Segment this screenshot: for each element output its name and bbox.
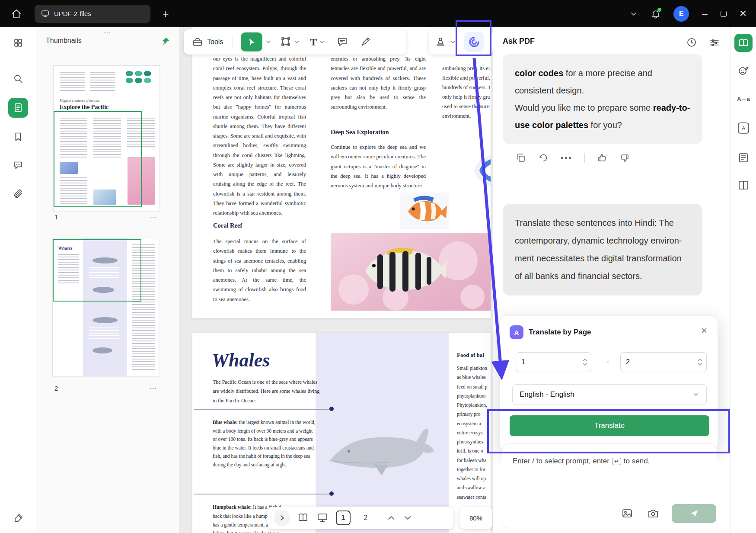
tools-label: Tools bbox=[207, 38, 223, 46]
chevron-down-icon[interactable] bbox=[265, 39, 272, 45]
search-icon[interactable] bbox=[13, 74, 23, 84]
pen-tool-icon[interactable] bbox=[13, 513, 24, 524]
thumb-page-number: 2 bbox=[54, 385, 58, 392]
ask-pdf-panel: Ask PDF color codes for a more precise a… bbox=[493, 27, 730, 533]
chevron-down-icon[interactable] bbox=[293, 39, 300, 45]
translate-button[interactable]: Translate bbox=[510, 415, 709, 436]
pdf-page-2[interactable]: Whales The Pacific Ocean is one of the s… bbox=[192, 333, 491, 533]
document-tab[interactable]: UPDF-2-files bbox=[35, 5, 150, 23]
shapes-tool-button[interactable] bbox=[281, 36, 292, 48]
page-layout-icon[interactable] bbox=[298, 512, 309, 523]
account-avatar[interactable]: E bbox=[673, 6, 689, 22]
home-icon[interactable] bbox=[11, 9, 22, 19]
close-window-button[interactable]: × bbox=[740, 9, 746, 18]
reader-mode-active-icon[interactable] bbox=[734, 34, 753, 52]
apps-grid-icon[interactable] bbox=[13, 38, 23, 48]
new-tab-button[interactable]: + bbox=[159, 8, 172, 19]
thumb-page-number: 1 bbox=[54, 213, 58, 221]
page-to-value bbox=[626, 358, 697, 366]
insert-image-icon[interactable] bbox=[622, 508, 633, 519]
thumbs-up-icon[interactable] bbox=[597, 153, 607, 163]
doc-text-line: and swallow a bbox=[457, 483, 490, 492]
language-select[interactable]: English - English bbox=[512, 384, 707, 405]
zoom-level[interactable]: 80% bbox=[459, 507, 492, 529]
page-2-button[interactable]: 2 bbox=[358, 511, 373, 525]
doc-text-line: entire ecosys bbox=[457, 428, 490, 437]
split-view-icon[interactable] bbox=[738, 180, 749, 191]
doc-paragraph: Continue to explore the deep sea and we … bbox=[331, 142, 426, 190]
maximize-button[interactable] bbox=[721, 11, 727, 17]
thumb-more-icon[interactable]: ⋯ bbox=[150, 384, 157, 392]
tools-button[interactable]: Tools bbox=[192, 37, 223, 47]
ask-pdf-title: Ask PDF bbox=[503, 37, 535, 46]
thumb-photo bbox=[60, 162, 78, 174]
doc-paragraph: enemies or ambushing prey. Its eight ten… bbox=[331, 54, 426, 112]
emoji-annotate-icon[interactable] bbox=[738, 65, 749, 77]
regenerate-icon[interactable] bbox=[538, 153, 549, 163]
form-icon[interactable] bbox=[738, 152, 749, 163]
next-page-chevron[interactable] bbox=[403, 514, 412, 522]
callout-dot bbox=[329, 491, 334, 496]
thumb-lavender-panel bbox=[83, 238, 127, 376]
thumb-text-lines bbox=[60, 177, 87, 205]
current-page-button[interactable]: 1 bbox=[336, 511, 351, 525]
text-tool-button[interactable]: T bbox=[310, 36, 317, 48]
minimize-button[interactable]: – bbox=[702, 9, 707, 19]
thumb-more-icon[interactable]: ⋯ bbox=[150, 213, 157, 221]
page-from-input[interactable] bbox=[516, 352, 591, 372]
notifications-bell-icon[interactable] bbox=[651, 9, 660, 19]
previous-page-chevron[interactable] bbox=[387, 514, 396, 522]
presentation-icon[interactable] bbox=[317, 512, 328, 523]
select-tool-button[interactable] bbox=[241, 32, 262, 51]
thumb-text-lines bbox=[132, 244, 155, 371]
settings-sliders-icon[interactable] bbox=[709, 38, 720, 48]
thumbs-down-icon[interactable] bbox=[619, 153, 630, 163]
thumbnails-panel: ⋯ Thumbnails Magical creatures of the se… bbox=[36, 27, 179, 533]
comment-tool-button[interactable] bbox=[337, 36, 348, 48]
stamp-tool-button[interactable] bbox=[435, 36, 446, 48]
thumbnails-title: Thumbnails bbox=[46, 37, 82, 45]
doc-text-line: Small plankton bbox=[457, 364, 490, 373]
doc-text-line: photosynthes bbox=[457, 437, 490, 446]
highlighter-tool-button[interactable] bbox=[360, 36, 371, 48]
more-options-icon[interactable]: ••• bbox=[561, 153, 572, 163]
screenshot-camera-icon[interactable] bbox=[648, 508, 659, 519]
doc-paragraph: The Pacific Ocean is one of the seas whe… bbox=[213, 378, 322, 405]
chevron-down-icon[interactable] bbox=[450, 39, 456, 45]
chevron-down-icon[interactable] bbox=[319, 39, 325, 45]
stepper-arrows-icon[interactable] bbox=[697, 357, 703, 367]
doc-text-line: whales will op bbox=[457, 474, 490, 483]
expand-panel-button[interactable] bbox=[274, 510, 290, 526]
page-thumbnails-tab-active[interactable] bbox=[8, 98, 28, 118]
panel-drag-handle[interactable]: ⋯ bbox=[104, 28, 112, 37]
doc-paragraph: our eyes is the magnificent and colorful… bbox=[213, 54, 306, 218]
pin-panel-icon[interactable] bbox=[162, 37, 170, 45]
svg-text:A: A bbox=[742, 125, 746, 132]
copy-icon[interactable] bbox=[516, 153, 526, 163]
callout-line bbox=[194, 409, 332, 410]
ai-assistant-button[interactable] bbox=[464, 32, 484, 52]
translate-text-icon[interactable]: A↔a bbox=[737, 96, 750, 102]
translate-page-icon[interactable]: A bbox=[737, 122, 750, 135]
history-icon[interactable] bbox=[686, 37, 697, 48]
thumb-text-lines bbox=[60, 118, 87, 157]
page-thumbnail-2[interactable]: Whales bbox=[52, 238, 159, 376]
document-view: our eyes is the magnificent and colorful… bbox=[179, 27, 493, 533]
left-icon-rail bbox=[0, 27, 36, 533]
bookmark-icon[interactable] bbox=[13, 132, 23, 142]
close-icon[interactable]: × bbox=[701, 325, 707, 336]
translate-icon: A bbox=[510, 325, 523, 339]
page-to-input[interactable] bbox=[620, 352, 707, 372]
stepper-arrows-icon[interactable] bbox=[582, 357, 587, 367]
page-thumbnail-1[interactable]: Magical creatures of the sea. Explore th… bbox=[53, 65, 160, 211]
clownfish-photo bbox=[400, 193, 449, 229]
prompt-composer[interactable]: Enter / to select prompt, enter ↵ to sen… bbox=[502, 443, 717, 528]
comments-icon[interactable] bbox=[13, 160, 23, 170]
collapse-chevron-icon[interactable] bbox=[629, 10, 638, 18]
attachments-icon[interactable] bbox=[13, 189, 23, 199]
send-button[interactable] bbox=[672, 504, 716, 523]
doc-heading-coral-reef: Coral Reef bbox=[213, 222, 242, 229]
pdf-page-1[interactable]: our eyes is the magnificent and colorful… bbox=[192, 27, 491, 318]
doc-text-line: as blue whales bbox=[457, 373, 490, 382]
main-toolbar: Tools T bbox=[184, 29, 406, 55]
